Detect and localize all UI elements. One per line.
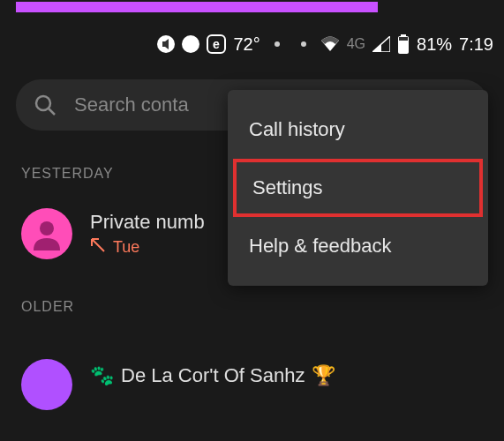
search-icon bbox=[34, 93, 56, 116]
dnd-icon bbox=[182, 35, 199, 53]
status-bar: e 72° 4G 81% 7:19 bbox=[0, 26, 504, 62]
call-info: Private numb Tue bbox=[90, 211, 205, 258]
svg-rect-4 bbox=[401, 34, 406, 36]
menu-item-call-history[interactable]: Call history bbox=[228, 101, 488, 159]
network-label: 4G bbox=[347, 36, 365, 52]
top-accent-bar bbox=[16, 2, 378, 12]
svg-rect-6 bbox=[399, 37, 408, 41]
call-row[interactable]: 🐾 De La Cor't Of Sanhz 🏆 bbox=[0, 333, 504, 419]
caller-name-row: 🐾 De La Cor't Of Sanhz 🏆 bbox=[90, 364, 335, 387]
temperature-text: 72° bbox=[233, 34, 260, 55]
svg-text:e: e bbox=[214, 37, 221, 51]
prefix-emoji: 🐾 bbox=[90, 364, 114, 387]
avatar bbox=[21, 208, 72, 259]
caller-name: De La Cor't Of Sanhz bbox=[121, 364, 305, 387]
app-e-icon: e bbox=[207, 34, 226, 54]
missed-call-icon bbox=[90, 237, 106, 258]
svg-point-1 bbox=[182, 35, 199, 53]
menu-item-settings[interactable]: Settings bbox=[233, 159, 483, 217]
wifi-icon bbox=[320, 36, 340, 52]
avatar bbox=[21, 359, 72, 410]
svg-point-9 bbox=[40, 221, 54, 235]
battery-percent: 81% bbox=[417, 34, 452, 55]
battery-icon bbox=[397, 34, 410, 54]
search-placeholder: Search conta bbox=[74, 93, 189, 116]
call-day: Tue bbox=[113, 238, 139, 257]
status-dot bbox=[275, 41, 280, 47]
clock-time: 7:19 bbox=[459, 34, 493, 55]
section-header-older: OLDER bbox=[21, 299, 504, 315]
call-meta: Tue bbox=[90, 237, 205, 258]
suffix-emoji: 🏆 bbox=[312, 364, 335, 387]
svg-line-8 bbox=[49, 108, 55, 115]
overflow-menu: Call history Settings Help & feedback bbox=[228, 90, 488, 286]
signal-icon bbox=[372, 36, 390, 52]
caller-name: Private numb bbox=[90, 211, 205, 234]
sound-icon bbox=[157, 35, 175, 53]
svg-point-7 bbox=[36, 96, 50, 110]
menu-item-help-feedback[interactable]: Help & feedback bbox=[228, 217, 488, 275]
status-dot bbox=[301, 41, 306, 47]
